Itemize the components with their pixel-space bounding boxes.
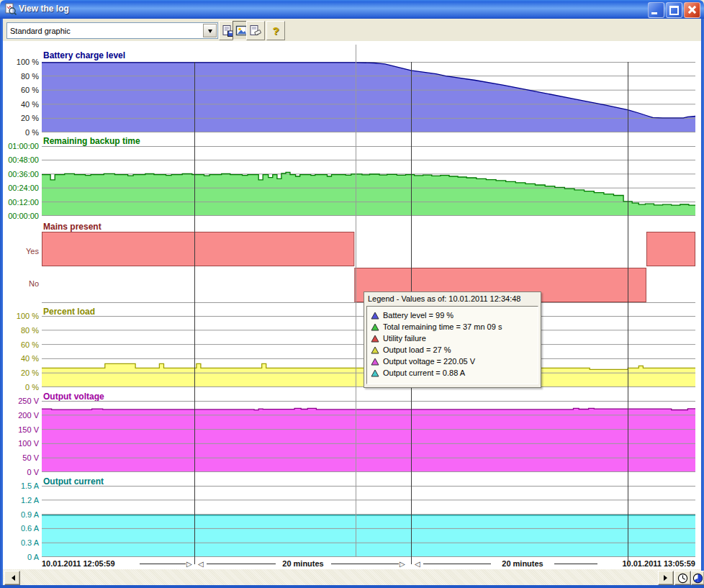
time-gridline: [194, 62, 195, 564]
chart-title-backup_time: Remaining backup time: [43, 136, 140, 146]
axis-arrow-left-icon: ◁: [415, 559, 420, 569]
legend-title: Legend - Values as of: 10.01.2011 12:34:…: [364, 292, 541, 303]
legend-item-text: Battery level = 99 %: [383, 311, 453, 320]
y-tick-label: 00:48:00: [3, 155, 39, 165]
y-tick-label: 80 %: [3, 325, 39, 335]
time-scrollbar[interactable]: [3, 569, 701, 585]
y-tick-label: 60 %: [3, 340, 39, 350]
axis-segment-label: 20 minutes: [276, 558, 330, 569]
minimize-icon: [651, 12, 657, 14]
y-tick-label: 200 V: [3, 410, 39, 420]
y-tick-label: Yes: [3, 246, 39, 256]
y-tick-label: 1.2 A: [3, 495, 39, 505]
axis-line: [207, 564, 276, 564]
legend-series-triangle-icon: [371, 312, 379, 320]
axis-arrow-left-icon: ◁: [198, 559, 204, 569]
backup_time-plot[interactable]: [42, 146, 695, 216]
y-tick-label: 60 %: [3, 85, 39, 95]
half-circle-icon: [692, 573, 703, 584]
legend-item-text: Output voltage = 220.05 V: [383, 357, 475, 366]
clock-icon: [677, 573, 688, 584]
titlebar: View the log: [0, 0, 704, 19]
help-icon: ?: [272, 24, 279, 37]
maximize-icon: [669, 6, 679, 15]
select-report-icon: [249, 24, 262, 37]
select-report-button[interactable]: [246, 21, 265, 40]
axis-line: [423, 564, 491, 564]
legend-panel: Battery level = 99 %Total remaining time…: [366, 306, 538, 384]
legend-item: Output voltage = 220.05 V: [371, 356, 534, 367]
toolbar: Standard graphic: [3, 19, 701, 42]
current-plot[interactable]: [42, 486, 695, 557]
window-border-right: [701, 19, 704, 588]
legend-item-text: Output current = 0.88 A: [383, 368, 465, 377]
legend-item: Total remaining time = 37 mn 09 s: [371, 321, 534, 333]
log-graph-canvas: 10.01.2011 12:05:59 ▷ ◁ 20 minutes ▷ ◁ 2…: [3, 41, 701, 569]
y-tick-label: 20 %: [3, 113, 39, 123]
time-scale-button[interactable]: [674, 571, 691, 585]
arrow-right-icon: [664, 575, 670, 581]
arrow-left-icon: [9, 575, 15, 581]
y-tick-label: 40 %: [3, 353, 39, 363]
legend-series-triangle-icon: [371, 358, 379, 366]
combo-dropdown-button[interactable]: [203, 24, 217, 37]
help-button[interactable]: ?: [266, 21, 285, 40]
y-tick-label: 00:36:00: [3, 169, 39, 179]
legend-item-text: Total remaining time = 37 mn 09 s: [383, 322, 502, 331]
y-tick-label: 250 V: [3, 396, 39, 406]
minimize-button[interactable]: [648, 2, 664, 18]
y-tick-label: 20 %: [3, 368, 39, 378]
axis-line: [331, 564, 399, 564]
y-tick-label: 00:12:00: [3, 197, 39, 207]
y-tick-label: 50 V: [3, 453, 39, 463]
axis-line: [554, 564, 597, 564]
y-tick-label: 100 V: [3, 438, 39, 448]
scroll-left-button[interactable]: [4, 571, 20, 585]
battery-plot[interactable]: [42, 62, 695, 132]
y-tick-label: 0 V: [3, 467, 39, 477]
y-tick-label: No: [3, 279, 39, 289]
legend-series-triangle-icon: [371, 323, 379, 331]
display-mode-button[interactable]: [691, 571, 704, 585]
y-tick-label: 00:00:00: [3, 211, 39, 221]
graphic-type-select[interactable]: Standard graphic: [6, 22, 218, 39]
view-log-window: View the log Standard graphic: [0, 0, 704, 588]
axis-line: [140, 564, 186, 564]
legend-series-triangle-icon: [371, 335, 379, 343]
legend-item-text: Output load = 27 %: [383, 345, 451, 354]
axis-start-date: 10.01.2011 12:05:59: [42, 558, 115, 569]
legend-item: Output load = 27 %: [371, 344, 534, 356]
window-title: View the log: [19, 4, 69, 14]
legend-item: Battery level = 99 %: [371, 309, 534, 321]
y-tick-label: 0.9 A: [3, 510, 39, 520]
axis-arrow-right-icon: ▷: [186, 559, 192, 569]
y-tick-label: 0 A: [3, 552, 39, 562]
chart-title-voltage: Output voltage: [43, 392, 104, 402]
legend-series-triangle-icon: [371, 346, 379, 354]
y-tick-label: 0.6 A: [3, 523, 39, 533]
chart-title-mains: Mains present: [43, 222, 101, 232]
y-tick-label: 01:00:00: [3, 141, 39, 151]
y-tick-label: 40 %: [3, 99, 39, 109]
app-icon: [4, 3, 17, 15]
legend-cursor-line: [356, 45, 356, 557]
y-tick-label: 100 %: [3, 57, 39, 67]
window-border-bottom: [0, 585, 704, 588]
time-gridline: [628, 62, 628, 564]
axis-segment-label: 20 minutes: [492, 558, 554, 569]
legend-item: Utility failure: [371, 333, 534, 344]
y-tick-label: 80 %: [3, 71, 39, 81]
scroll-right-button[interactable]: [658, 571, 674, 585]
chevron-down-icon: [208, 30, 212, 35]
axis-end-date: 10.01.2011 13:05:59: [599, 558, 695, 569]
y-tick-label: 100 %: [3, 311, 39, 321]
voltage-plot[interactable]: [42, 401, 695, 472]
legend-item-text: Utility failure: [383, 334, 426, 343]
chart-title-load: Percent load: [43, 307, 95, 317]
close-button[interactable]: [684, 2, 700, 18]
chart-title-battery: Battery charge level: [43, 50, 125, 60]
y-tick-label: 0 %: [3, 382, 39, 392]
y-tick-label: 0.3 A: [3, 538, 39, 548]
maximize-button[interactable]: [666, 2, 682, 18]
y-tick-label: 0 %: [3, 127, 39, 137]
